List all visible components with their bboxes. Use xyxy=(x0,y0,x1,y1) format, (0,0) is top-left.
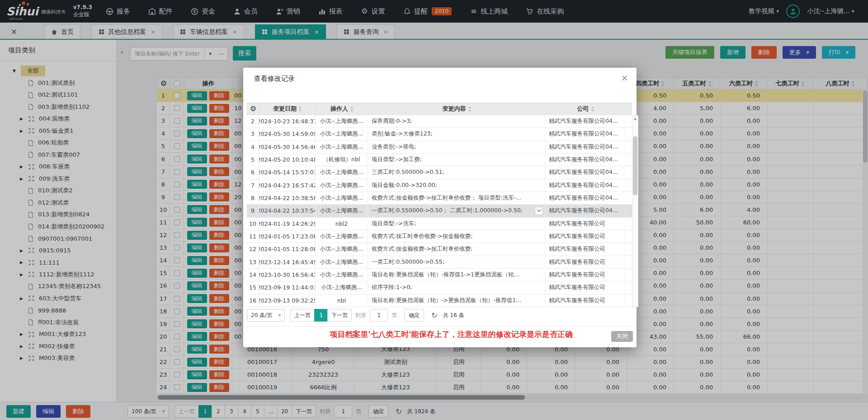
cell-company: 精武汽车服务有限公司04... xyxy=(545,154,626,166)
cell-date: 2024-05-30 14:56:46 xyxy=(259,141,316,153)
sort-icon xyxy=(298,106,302,112)
column-header-label: 变更内容 xyxy=(443,105,466,113)
cell-company: 精武汽车服务有限公司 xyxy=(545,294,626,307)
row-number: 11 xyxy=(247,230,259,243)
cell-company: 精武汽车服务有限公司04... xyxy=(545,205,626,217)
cell-content: 项目名称:更换挡泥板（轮）-推荐值1->1更换挡泥板（轮... xyxy=(368,269,545,281)
modal-page-button-1[interactable]: 1 xyxy=(314,309,328,322)
cell-content: 项目类型:->加工费; xyxy=(368,154,545,166)
modal-goto-confirm-button[interactable]: 确定 xyxy=(404,309,424,322)
cell-content: 一类工时:0.500000->0.55; xyxy=(368,256,545,268)
cell-date: 2024-04-22 10:37:54 xyxy=(259,205,316,217)
change-log-row[interactable]: 82024-04-22 10:38:58小沈--上海驷惠...收费方式:按金额收… xyxy=(247,192,632,205)
change-log-row[interactable]: 22024-10-23 16:48:37小沈--上海驷惠...保养周期:0->3… xyxy=(247,115,632,128)
cell-operator: 小沈--上海驷惠... xyxy=(316,128,368,140)
row-number: 2 xyxy=(247,115,259,127)
change-log-row[interactable]: 52024-05-20 10:10:48（机修组）nbl项目类型:->加工费;精… xyxy=(247,154,632,166)
cell-operator: 小沈-上海驷惠... xyxy=(316,281,368,294)
cell-content: 收费方式:按金额收费->按工时单价收费； 项目类型:洗车-... xyxy=(368,192,545,204)
cell-company: 精武汽车服务有限公司 xyxy=(545,281,626,294)
row-number: 8 xyxy=(247,192,259,204)
sort-icon xyxy=(591,106,594,112)
cell-content: 类别:钣金->大修类123; xyxy=(368,128,545,140)
cell-content: 一类工时:0.550000->0.50； 二类工时:1.000000->0.50… xyxy=(368,205,545,217)
cell-date: 2023-09-19 11:44:01 xyxy=(259,281,316,294)
cell-operator: 小沈--上海驷惠... xyxy=(316,269,368,281)
column-header-label: 变更日期 xyxy=(273,105,297,113)
modal-table-header-row: ⚙变更日期操作人变更内容公司 xyxy=(247,103,632,115)
cell-operator: 小沈--上海驷惠... xyxy=(316,115,368,127)
modal-scrollbar-thumb[interactable] xyxy=(633,136,637,195)
change-log-table: ⚙变更日期操作人变更内容公司 22024-10-23 16:48:37小沈--上… xyxy=(247,103,632,307)
scroll-up-arrow-icon[interactable]: ▲ xyxy=(632,116,638,122)
column-header-label: 公司 xyxy=(577,105,589,113)
sort-icon xyxy=(350,106,354,112)
modal-total-count: 共 16 条 xyxy=(443,312,464,319)
cell-operator: 小沈--上海驷惠... xyxy=(316,192,368,204)
modal-column-header-变更日期[interactable]: 变更日期 xyxy=(259,103,316,115)
cell-company: 精武汽车服务有限公司 xyxy=(545,269,626,281)
cell-date: 2023-12-14 16:45:49 xyxy=(259,256,316,268)
cell-company: 精武汽车服务有限公司04... xyxy=(545,192,626,204)
change-log-row[interactable]: 142023-10-30 16:56:43小沈--上海驷惠...项目名称:更换挡… xyxy=(247,269,632,281)
modal-refresh-icon[interactable]: ↻ xyxy=(431,311,437,320)
cell-operator: 小沈--上海驷惠... xyxy=(316,205,368,217)
cell-company: 精武汽车服务有限公司04... xyxy=(545,166,626,178)
cell-content: 项目类型:->洗车; xyxy=(368,218,545,230)
cell-content: 收费方式:按金额收费->按工时单价收费; xyxy=(368,243,545,255)
change-log-row[interactable]: 92024-04-22 10:37:54小沈--上海驷惠...一类工时:0.55… xyxy=(247,205,632,217)
cell-date: 2024-05-30 14:59:09 xyxy=(259,128,316,140)
modal-column-header-公司[interactable]: 公司 xyxy=(546,103,626,115)
modal-prev-page-button[interactable]: 上一页 xyxy=(290,309,315,322)
row-number: 14 xyxy=(247,269,259,281)
change-log-row[interactable]: 102024-01-19 14:26:29nbl2项目类型:->洗车;精武汽车服… xyxy=(247,218,632,230)
modal-vertical-scrollbar: ▲ xyxy=(632,115,638,307)
change-log-row[interactable]: 162023-09-13 09:32:25nbl项目名称:更换挡泥板（轮）->更… xyxy=(247,294,632,307)
cell-company: 精武汽车服务有限公司04... xyxy=(545,128,626,140)
row-number: 16 xyxy=(247,294,259,307)
change-log-row[interactable]: 72024-04-23 16:57:42小沈--上海驷惠...项目金额:0.00… xyxy=(247,179,632,192)
cell-operator: 小沈--上海驷惠... xyxy=(316,166,368,178)
modal-column-header-操作人[interactable]: 操作人 xyxy=(316,103,368,115)
modal-close-button[interactable]: 关闭 xyxy=(611,331,633,342)
cell-operator: （机修组）nbl xyxy=(316,154,368,166)
cell-operator: nbl2 xyxy=(316,218,368,230)
cell-date: 2024-04-23 16:57:42 xyxy=(259,179,316,191)
cell-date: 2024-01-05 11:28:08 xyxy=(259,243,316,255)
row-number: 15 xyxy=(247,281,259,294)
row-number: 5 xyxy=(247,154,259,166)
change-log-row[interactable]: 42024-05-30 14:56:46小沈--上海驷惠...业务类别:->搭电… xyxy=(247,141,632,154)
cell-operator: 小沈--上海驷惠... xyxy=(316,230,368,243)
change-log-row[interactable]: 112024-01-05 17:23:08小沈--上海驷惠...收费方式:按工时… xyxy=(247,230,632,243)
cell-company: 精武汽车服务有限公司 xyxy=(545,256,626,268)
modal-page-size-select[interactable]: 20 条/页▼ xyxy=(247,309,285,322)
cell-date: 2024-01-05 17:23:08 xyxy=(259,230,316,243)
modal-pagination: 20 条/页▼上一页1下一页到第页确定↻共 16 条 xyxy=(247,309,464,322)
cell-content: 业务类别:->搭电; xyxy=(368,141,545,153)
caret-down-icon: ▼ xyxy=(278,313,281,317)
change-log-row[interactable]: 32024-05-30 14:59:09小沈--上海驷惠...类别:钣金->大修… xyxy=(247,128,632,140)
cell-content: 项目名称:更换挡泥板（轮）->更换挡泥板（轮）-推荐值1... xyxy=(368,294,545,307)
chevron-down-icon xyxy=(537,209,542,212)
row-number: 9 xyxy=(247,205,259,217)
cell-company: 精武汽车服务有限公司04... xyxy=(545,179,626,191)
change-log-row[interactable]: 152023-09-19 11:44:01小沈-上海驷惠...排序字段:1->0… xyxy=(247,281,632,294)
modal-goto-page-input[interactable] xyxy=(370,309,388,322)
modal-close-icon[interactable]: × xyxy=(621,72,628,83)
cell-operator: 小沈--上海驷惠... xyxy=(316,141,368,153)
modal-column-settings-header[interactable]: ⚙ xyxy=(247,103,259,115)
change-log-modal: 查看修改记录 × ⚙变更日期操作人变更内容公司 22024-10-23 16:4… xyxy=(243,68,637,347)
modal-next-page-button[interactable]: 下一页 xyxy=(327,309,352,322)
cell-company: 精武汽车服务有限公司 xyxy=(545,218,626,230)
change-log-row[interactable]: 122024-01-05 11:28:08小沈--上海驷惠...收费方式:按金额… xyxy=(247,243,632,256)
modal-column-header-变更内容[interactable]: 变更内容 xyxy=(368,103,546,115)
row-number: 3 xyxy=(247,128,259,140)
cell-date: 2024-01-19 14:26:29 xyxy=(259,218,316,230)
page-unit-label: 页 xyxy=(392,312,397,319)
change-log-row[interactable]: 62024-05-14 15:57:01小沈--上海驷惠...三类工时:0.50… xyxy=(247,166,632,179)
change-log-row[interactable]: 132023-12-14 16:45:49小沈--上海驷惠...一类工时:0.5… xyxy=(247,256,632,269)
expand-row-button[interactable] xyxy=(535,207,543,215)
cell-operator: nbl xyxy=(316,294,368,307)
cell-content: 三类工时:0.500000->0.51; xyxy=(368,166,545,178)
cell-operator: 小沈--上海驷惠... xyxy=(316,243,368,255)
